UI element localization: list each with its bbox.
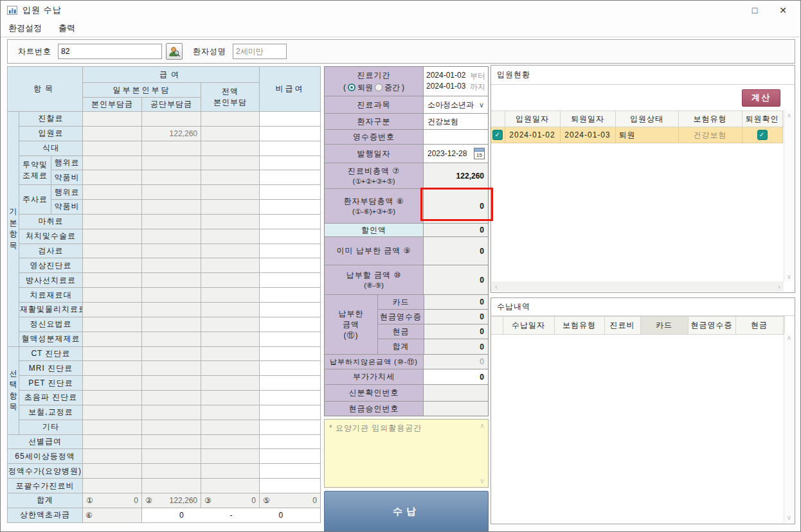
fee-breakdown-table: 항목 급여 비급여 일부본인부담 전액본인부담 본인부담금 공단부담금 기본항목…	[7, 66, 321, 523]
fee-value-cell	[201, 200, 260, 215]
menu-item-settings[interactable]: 환경설정	[8, 22, 42, 34]
paid-sub-row: 현금0	[378, 324, 488, 339]
period-from-date[interactable]: 2024-01-02	[426, 71, 465, 82]
calendar-icon[interactable]: 15	[474, 148, 485, 159]
payment-col-header[interactable]: 현금	[735, 317, 783, 335]
pay-button[interactable]: 수납	[324, 491, 489, 532]
menu-item-print[interactable]: 출력	[59, 22, 75, 34]
radio-discharge-label[interactable]: 퇴원	[357, 82, 373, 93]
fee-value-cell: 122,260	[142, 126, 201, 141]
chevron-down-icon[interactable]: ∨	[479, 101, 484, 109]
discount-row: 할인액 0	[325, 224, 488, 237]
cap-value-cell[interactable]: 0-0	[142, 508, 321, 522]
fee-value-cell	[83, 420, 142, 434]
payment-history-table: 수납일자보험유형진료비카드현금영수증현금	[491, 316, 785, 335]
fee-category-label: 주사료	[19, 185, 51, 215]
radio-interim-label[interactable]: 중간	[384, 82, 400, 93]
close-button[interactable]: ✕	[777, 5, 789, 15]
discount-label: 할인액	[325, 224, 424, 236]
payment-col-header[interactable]: 보험유형	[554, 317, 604, 335]
fee-value-cell	[83, 214, 142, 229]
fee-row-label: 행위료	[51, 185, 83, 200]
discharge-confirm-checkbox[interactable]: ✓	[757, 130, 768, 140]
fee-row-label: 보철,교정료	[19, 405, 83, 420]
payment-col-header[interactable]: 수납일자	[503, 317, 554, 335]
fee-value-cell	[201, 244, 260, 258]
fee-value-cell	[201, 332, 260, 346]
maximize-button[interactable]: □	[749, 5, 760, 15]
scroll-down-icon[interactable]: ∨	[480, 477, 485, 485]
admission-col-header[interactable]: 보험유형	[678, 111, 742, 127]
fee-value-cell	[142, 479, 201, 493]
admission-table: 입원일자퇴원일자입원상태보험유형퇴원확인 ✓2024-01-022024-01-…	[491, 111, 785, 143]
cash-approval-value[interactable]	[424, 402, 488, 416]
payment-vertical-scrollbar[interactable]: ∧ ∨	[784, 333, 794, 522]
patient-total-value: 0	[424, 189, 488, 223]
admission-col-header[interactable]: 퇴원확인	[742, 111, 782, 127]
paid-sub-row: 현금영수증0	[378, 310, 488, 324]
patient-search-button[interactable]	[166, 43, 183, 60]
admission-col-header[interactable]: 입원일자	[505, 111, 560, 127]
payment-col-header[interactable]: 카드	[640, 317, 688, 335]
fee-row-label: 포괄수가진료비	[8, 479, 83, 493]
id-check-value[interactable]	[424, 385, 488, 401]
fee-category-label: 투약및조제료	[19, 155, 51, 185]
facility-note-area[interactable]: * 요양기관 임의활용공간 ∧ ∨	[324, 419, 489, 488]
radio-discharge[interactable]	[348, 84, 356, 91]
patient-name-input[interactable]	[233, 44, 287, 59]
vat-value[interactable]: 0	[424, 369, 488, 384]
fee-row-label: 처치및수술료	[19, 229, 83, 244]
receipt-no-value[interactable]	[424, 130, 488, 144]
admission-vertical-scrollbar[interactable]: ∧ ∨	[784, 111, 794, 281]
paid-amount-label: 납부한 금액 (⑪)	[325, 295, 378, 354]
department-select[interactable]: 소아청소년과 ∨	[424, 96, 488, 113]
calculate-button[interactable]: 계산	[742, 89, 780, 107]
fee-row-label: 영상진단료	[19, 258, 83, 273]
receipt-no-row: 영수증번호	[325, 130, 488, 145]
admission-horizontal-scrollbar[interactable]: ‹›	[492, 281, 784, 292]
fee-value-cell	[83, 258, 142, 273]
fee-sum-row: 합계①0②122,260③0⑤0	[8, 493, 321, 508]
period-to-date[interactable]: 2024-01-03	[426, 82, 465, 93]
inpatient-payment-window: 입원 수납 □ ✕ 환경설정 출력 차트번호 환자성명	[0, 0, 801, 532]
payable-value: 0	[424, 265, 488, 294]
fee-value-cell	[83, 141, 142, 155]
fee-row-label: 65세이상등정액	[8, 449, 83, 464]
fee-value-cell	[142, 332, 201, 346]
paid-sub-label: 현금영수증	[378, 310, 424, 324]
fee-value-cell	[83, 376, 142, 391]
fee-value-cell	[260, 126, 321, 141]
fee-value-cell	[201, 288, 260, 303]
scroll-up-icon: ∧	[784, 334, 794, 341]
paid-sub-label: 현금	[378, 324, 424, 339]
radio-interim[interactable]	[375, 84, 382, 91]
scroll-up-icon[interactable]: ∧	[480, 421, 485, 430]
fee-row-label: 마취료	[19, 214, 83, 229]
chart-no-input[interactable]	[58, 44, 162, 59]
fee-value-cell	[201, 170, 260, 185]
paid-sub-value: 0	[424, 339, 488, 354]
person-search-icon	[168, 46, 180, 57]
fee-value-cell	[260, 170, 321, 185]
admission-row[interactable]: ✓2024-01-022024-01-03퇴원건강보험✓	[491, 127, 785, 143]
fee-row-label: 검사료	[19, 244, 83, 258]
id-check-row: 신분확인번호	[325, 385, 488, 402]
fee-value-cell	[83, 170, 142, 185]
issue-date-label: 발행일자	[325, 145, 424, 163]
prepaid-value: 0	[424, 237, 488, 265]
fee-value-cell	[260, 141, 321, 155]
row-select-checkbox[interactable]: ✓	[492, 130, 503, 140]
admission-col-header[interactable]: 입원상태	[615, 111, 678, 127]
payment-col-header[interactable]: 현금영수증	[688, 317, 735, 335]
fee-value-cell	[260, 420, 321, 434]
group-basic-label: 기본항목	[8, 112, 19, 347]
paid-sub-row: 합계0	[378, 339, 488, 354]
admission-col-header[interactable]: 퇴원일자	[560, 111, 615, 127]
fee-value-cell	[142, 112, 201, 127]
issue-date-row: 발행일자 2023-12-28 15	[325, 145, 488, 163]
payment-col-header[interactable]: 진료비	[604, 317, 640, 335]
patient-type-value[interactable]: 건강보험	[424, 114, 488, 129]
issue-date-value[interactable]: 2023-12-28 15	[424, 145, 488, 163]
fee-row-label: 약품비	[51, 170, 83, 185]
unpaid-row: 납부하지않은금액 (⑩-⑪) 0	[325, 355, 488, 369]
